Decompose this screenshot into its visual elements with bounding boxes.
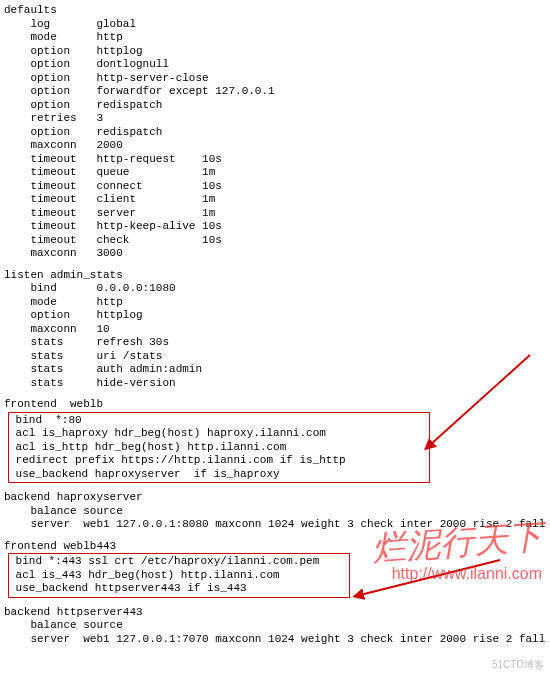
listen-header: listen admin_stats: [4, 269, 550, 283]
highlight-box-2: bind *:443 ssl crt /etc/haproxy/ilanni.c…: [8, 553, 350, 598]
section-backend-haproxyserver: backend haproxyserver balance source ser…: [4, 491, 550, 532]
section-frontend-weblb: frontend weblb bind *:80 acl is_haproxy …: [4, 398, 550, 483]
section-listen: listen admin_stats bind 0.0.0.0:1080 mod…: [4, 269, 550, 391]
section-frontend-weblb443: frontend weblb443 bind *:443 ssl crt /et…: [4, 540, 550, 598]
listen-body: bind 0.0.0.0:1080 mode http option httpl…: [4, 282, 550, 390]
backend-haproxyserver-body: balance source server web1 127.0.0.1:808…: [4, 505, 550, 532]
frontend-weblb443-header: frontend weblb443: [4, 540, 550, 554]
watermark-corner: 51CTO博客: [492, 658, 544, 672]
section-backend-httpserver443: backend httpserver443 balance source ser…: [4, 606, 550, 647]
frontend-weblb-header: frontend weblb: [4, 398, 550, 412]
backend-httpserver443-body: balance source server web1 127.0.0.1:707…: [4, 619, 550, 646]
backend-httpserver443-header: backend httpserver443: [4, 606, 550, 620]
section-defaults: defaults log global mode http option htt…: [4, 4, 550, 261]
config-page: defaults log global mode http option htt…: [0, 0, 550, 680]
frontend-weblb443-body: bind *:443 ssl crt /etc/haproxy/ilanni.c…: [9, 555, 349, 596]
defaults-header: defaults: [4, 4, 550, 18]
highlight-box-1: bind *:80 acl is_haproxy hdr_beg(host) h…: [8, 412, 430, 484]
backend-haproxyserver-header: backend haproxyserver: [4, 491, 550, 505]
frontend-weblb-body: bind *:80 acl is_haproxy hdr_beg(host) h…: [9, 414, 429, 482]
defaults-body: log global mode http option httplog opti…: [4, 18, 550, 261]
